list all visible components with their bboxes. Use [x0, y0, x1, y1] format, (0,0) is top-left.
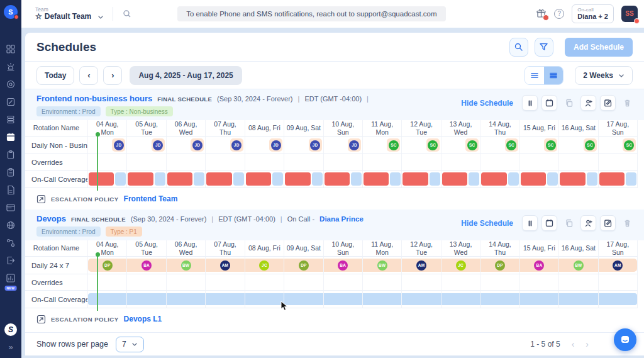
shift-avatar[interactable]: DP — [495, 260, 505, 271]
clone-schedule-button[interactable] — [561, 215, 577, 231]
shift-cell[interactable]: DP — [88, 257, 127, 274]
shift-avatar[interactable]: SC — [428, 140, 438, 150]
shift-avatar[interactable]: SC — [389, 140, 399, 150]
shift-avatar[interactable]: SC — [546, 140, 556, 150]
reassign-button[interactable] — [580, 215, 596, 231]
shift-cell[interactable]: SC — [599, 137, 638, 154]
shift-avatar[interactable]: JD — [153, 140, 163, 150]
shift-cell[interactable]: SC — [441, 137, 480, 154]
hide-schedule-link[interactable]: Hide Schedule — [461, 219, 513, 228]
override-cell[interactable] — [167, 274, 206, 291]
analytics-icon[interactable]: NEW — [2, 269, 19, 287]
delete-schedule-button[interactable] — [619, 215, 635, 231]
override-cell[interactable] — [441, 274, 480, 291]
today-button[interactable]: Today — [36, 66, 74, 85]
shift-cell[interactable]: JD — [245, 137, 284, 154]
shift-cell[interactable]: BW — [559, 257, 598, 274]
status-target-icon[interactable] — [2, 76, 19, 93]
compact-view-button[interactable] — [544, 67, 563, 84]
shift-cell[interactable]: SC — [480, 137, 519, 154]
override-cell[interactable] — [559, 274, 598, 291]
shift-avatar[interactable]: DP — [299, 260, 309, 271]
shift-cell[interactable]: BW — [167, 257, 206, 274]
override-cell[interactable] — [167, 154, 206, 171]
calendar-button[interactable] — [541, 95, 557, 111]
chat-widget-button[interactable] — [614, 328, 636, 351]
expand-sidebar-button[interactable]: » — [8, 342, 13, 352]
override-cell[interactable] — [520, 154, 559, 171]
override-cell[interactable] — [520, 274, 559, 291]
oncall-user-link[interactable]: Diana Prince — [319, 215, 364, 223]
team-selector[interactable]: Team ☆ Default Team — [35, 7, 104, 21]
shift-avatar[interactable]: BW — [181, 260, 191, 271]
shift-cell[interactable]: SC — [520, 137, 559, 154]
oncall-widget[interactable]: On-call Diana + 2 — [572, 4, 614, 23]
status-pages-icon[interactable] — [2, 181, 19, 199]
search-schedules-button[interactable] — [509, 38, 528, 57]
edit-schedule-button[interactable] — [600, 95, 616, 111]
shift-avatar[interactable]: JD — [349, 140, 359, 150]
override-cell[interactable] — [284, 154, 323, 171]
schedules-icon[interactable] — [2, 128, 19, 146]
shift-cell[interactable]: BA — [520, 257, 559, 274]
override-cell[interactable] — [206, 154, 245, 171]
shift-avatar[interactable]: JC — [456, 260, 466, 271]
shift-avatar[interactable]: SC — [624, 140, 634, 150]
escalation-policy-link[interactable]: Devops L1 — [124, 315, 162, 323]
override-cell[interactable] — [559, 154, 598, 171]
shift-cell[interactable]: DP — [480, 257, 519, 274]
override-cell[interactable] — [88, 274, 127, 291]
filter-button[interactable] — [535, 38, 553, 57]
escalation-policy-link[interactable]: Frontend Team — [124, 194, 178, 203]
next-period-button[interactable]: › — [103, 66, 122, 85]
pause-schedule-button[interactable] — [522, 95, 538, 111]
incidents-icon[interactable] — [2, 58, 19, 76]
shift-avatar[interactable]: SC — [506, 140, 516, 150]
shift-cell[interactable]: SC — [559, 137, 598, 154]
services-icon[interactable] — [2, 111, 19, 128]
rows-per-page-select[interactable]: 7 — [116, 337, 144, 352]
runbooks-icon[interactable] — [2, 164, 19, 181]
override-cell[interactable] — [363, 274, 402, 291]
shift-cell[interactable]: BA — [127, 257, 166, 274]
schedule-title[interactable]: Devops — [36, 214, 66, 223]
shift-avatar[interactable]: DP — [103, 260, 113, 271]
shift-avatar[interactable]: AM — [220, 260, 230, 271]
list-view-button[interactable] — [525, 67, 544, 84]
shift-cell[interactable]: JD — [167, 137, 206, 154]
add-schedule-button[interactable]: Add Schedule — [565, 38, 633, 57]
pagination-next-button[interactable]: › — [586, 339, 589, 349]
period-dropdown[interactable]: 2 Weeks — [575, 66, 633, 85]
override-cell[interactable] — [480, 154, 519, 171]
postmortems-icon[interactable] — [2, 93, 19, 111]
shift-avatar[interactable]: JD — [231, 140, 242, 150]
help-icon[interactable]: ? — [554, 9, 564, 19]
shift-cell[interactable]: JC — [441, 257, 480, 274]
override-cell[interactable] — [245, 154, 284, 171]
shift-cell[interactable]: JD — [127, 137, 166, 154]
shift-cell[interactable]: SC — [363, 137, 402, 154]
shift-cell[interactable]: JD — [206, 137, 245, 154]
shift-cell[interactable]: JD — [324, 137, 363, 154]
slo-icon[interactable] — [2, 216, 19, 234]
shift-avatar[interactable]: BA — [534, 260, 544, 271]
extensions-icon[interactable] — [2, 252, 19, 269]
hide-schedule-link[interactable]: Hide Schedule — [461, 99, 513, 108]
override-cell[interactable] — [127, 274, 166, 291]
shift-avatar[interactable]: JC — [259, 260, 269, 271]
shift-avatar[interactable]: BW — [574, 260, 584, 271]
pagination-prev-button[interactable]: ‹ — [572, 339, 575, 349]
override-cell[interactable] — [324, 274, 363, 291]
override-cell[interactable] — [324, 154, 363, 171]
shift-cell[interactable]: DP — [284, 257, 323, 274]
shift-avatar[interactable]: SC — [467, 140, 477, 150]
shift-avatar[interactable]: BA — [142, 260, 152, 271]
override-cell[interactable] — [441, 154, 480, 171]
clone-schedule-button[interactable] — [561, 95, 577, 111]
shift-avatar[interactable]: SC — [585, 140, 595, 150]
date-range-label[interactable]: Aug 4, 2025 - Aug 17, 2025 — [130, 66, 242, 85]
override-cell[interactable] — [245, 274, 284, 291]
shift-cell[interactable]: BW — [363, 257, 402, 274]
override-cell[interactable] — [402, 154, 441, 171]
shift-avatar[interactable]: JD — [271, 140, 281, 150]
